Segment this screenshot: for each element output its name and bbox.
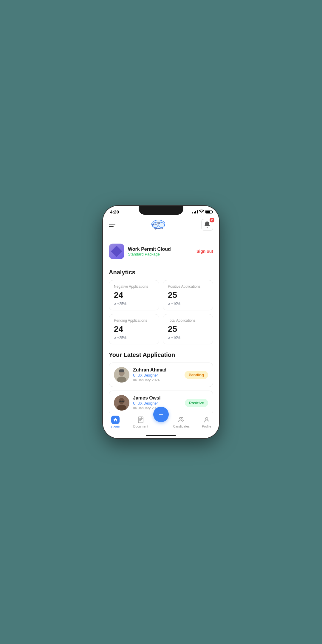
- logo-svg: WPC RightToWork: [148, 218, 169, 231]
- app-name-1: James Owsl: [133, 395, 185, 401]
- status-icons: [192, 210, 212, 214]
- analytics-card-negative[interactable]: Negative Applications 24 ∧ +25%: [109, 280, 159, 310]
- svg-rect-13: [119, 369, 124, 372]
- analytics-trend-2: ∧ +25%: [114, 336, 154, 340]
- sign-out-button[interactable]: Sign out: [196, 249, 213, 254]
- menu-line-3: [109, 226, 114, 227]
- status-badge-0: Pending: [185, 371, 208, 379]
- analytics-label-0: Negative Applications: [114, 284, 154, 289]
- phone-notch: [139, 206, 183, 215]
- analytics-trend-1: ∧ +10%: [168, 302, 208, 306]
- wifi-icon: [199, 210, 204, 214]
- nav-label-home: Home: [111, 425, 120, 429]
- status-badge-1: Positive: [185, 399, 208, 407]
- phone-screen: 4:20: [103, 206, 219, 438]
- app-date-0: 06 January 2024: [133, 378, 185, 382]
- nav-item-candidates[interactable]: Candidates: [169, 416, 194, 428]
- notification-button[interactable]: 2: [201, 219, 213, 231]
- logo: WPC RightToWork: [148, 218, 169, 231]
- trend-value-3: +10%: [171, 336, 180, 340]
- home-indicator: [103, 434, 219, 438]
- svg-point-23: [179, 417, 181, 419]
- analytics-number-3: 25: [168, 324, 208, 334]
- fab-plus-icon: +: [159, 411, 163, 418]
- document-icon: [137, 416, 144, 423]
- app-avatar-0: [114, 367, 129, 383]
- trend-value-2: +25%: [117, 336, 126, 340]
- app-info-0: Zuhran Ahmad UI UX Designer 06 January 2…: [133, 367, 185, 382]
- analytics-number-1: 25: [168, 290, 208, 300]
- menu-line-1: [109, 223, 115, 223]
- analytics-card-total[interactable]: Total Applications 25 ∧ +10%: [163, 314, 213, 344]
- battery-icon: [205, 210, 212, 213]
- trend-arrow-0: ∧: [114, 302, 117, 306]
- analytics-label-1: Positive Applications: [168, 284, 208, 289]
- trend-arrow-2: ∧: [114, 336, 117, 340]
- app-role-1: UI UX Designer: [133, 401, 185, 405]
- analytics-grid: Negative Applications 24 ∧ +25% Positive…: [109, 280, 213, 344]
- analytics-card-pending[interactable]: Pending Applications 24 ∧ +25%: [109, 314, 159, 344]
- app-name-0: Zuhran Ahmad: [133, 367, 185, 373]
- bell-icon: [204, 222, 210, 228]
- main-content: Work Permit Cloud Standard Package Sign …: [103, 235, 219, 413]
- notification-badge: 2: [210, 218, 214, 222]
- nav-item-home[interactable]: Home: [103, 416, 128, 429]
- user-info: Work Permit Cloud Standard Package: [128, 247, 196, 256]
- analytics-trend-3: ∧ +10%: [168, 336, 208, 340]
- svg-point-17: [119, 401, 122, 402]
- user-card: Work Permit Cloud Standard Package Sign …: [109, 240, 213, 264]
- trend-arrow-3: ∧: [168, 336, 171, 340]
- trend-value-0: +25%: [117, 302, 126, 306]
- nav-label-candidates: Candidates: [173, 425, 190, 428]
- applications-section: Your Latest Application Zu: [109, 352, 213, 413]
- signal-icon: [192, 210, 198, 213]
- menu-button[interactable]: [109, 223, 115, 227]
- svg-point-2: [159, 223, 165, 228]
- latest-app-title: Your Latest Application: [109, 352, 213, 358]
- analytics-trend-0: ∧ +25%: [114, 302, 154, 306]
- svg-text:RightToWork: RightToWork: [154, 228, 163, 230]
- analytics-label-2: Pending Applications: [114, 318, 154, 323]
- analytics-label-3: Total Applications: [168, 318, 208, 323]
- app-avatar-1: [114, 395, 129, 411]
- user-package: Standard Package: [128, 252, 196, 256]
- profile-icon: [203, 416, 210, 423]
- analytics-number-0: 24: [114, 290, 154, 300]
- scroll-content[interactable]: Work Permit Cloud Standard Package Sign …: [103, 235, 219, 413]
- phone-frame: 4:20: [103, 206, 219, 438]
- bottom-nav: + Home Document: [103, 413, 219, 434]
- trend-arrow-1: ∧: [168, 302, 171, 306]
- app-card-0[interactable]: Zuhran Ahmad UI UX Designer 06 January 2…: [109, 363, 213, 387]
- nav-item-document[interactable]: Document: [128, 416, 154, 428]
- svg-rect-22: [138, 417, 143, 423]
- analytics-card-positive[interactable]: Positive Applications 25 ∧ +10%: [163, 280, 213, 310]
- menu-line-2: [109, 225, 115, 225]
- nav-label-document: Document: [133, 425, 148, 428]
- fab-button[interactable]: +: [153, 407, 169, 422]
- app-header: WPC RightToWork 2: [103, 216, 219, 235]
- status-time: 4:20: [110, 209, 119, 214]
- svg-point-24: [181, 417, 183, 419]
- home-bar: [146, 435, 176, 436]
- avatar-shape: [111, 246, 122, 257]
- home-icon: [111, 416, 120, 424]
- user-avatar: [109, 244, 124, 259]
- analytics-number-2: 24: [114, 324, 154, 334]
- candidates-icon: [178, 416, 185, 423]
- nav-label-profile: Profile: [202, 425, 211, 428]
- app-role-0: UI UX Designer: [133, 373, 185, 377]
- trend-value-1: +10%: [171, 302, 180, 306]
- analytics-title: Analytics: [109, 269, 213, 276]
- user-name: Work Permit Cloud: [128, 247, 196, 252]
- svg-point-25: [205, 417, 208, 420]
- svg-point-18: [122, 401, 124, 402]
- nav-item-profile[interactable]: Profile: [194, 416, 219, 428]
